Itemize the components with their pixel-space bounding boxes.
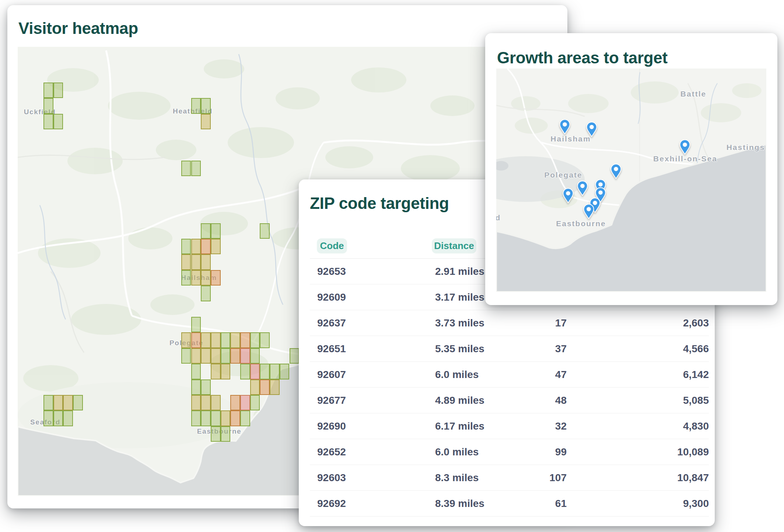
location-pin-icon[interactable] <box>583 204 595 219</box>
heatmap-cell <box>43 83 53 98</box>
population-cell: 6,142 <box>567 369 709 381</box>
population-cell: 10,847 <box>567 472 709 484</box>
zip-table-row: 926928.39 miles619,300 <box>310 491 709 517</box>
zip-code-cell: 92677 <box>310 395 435 406</box>
zip-table-row: 926373.73 miles172,603 <box>310 310 709 336</box>
count-cell: 107 <box>509 472 567 484</box>
zip-code-cell: 92651 <box>310 343 435 355</box>
heatmap-cell <box>240 410 250 426</box>
heatmap-cell <box>230 395 240 410</box>
population-cell: 9,300 <box>567 498 709 510</box>
zip-code-cell: 92653 <box>310 266 435 277</box>
analytics-dashboard: Visitor heatmap <box>0 0 784 532</box>
location-pin-icon[interactable] <box>610 164 622 179</box>
heatmap-cell <box>221 426 231 442</box>
map-place-label: Hailsham <box>550 134 591 143</box>
heatmap-cell <box>250 332 260 348</box>
heatmap-cell <box>191 348 201 364</box>
distance-cell: 4.89 miles <box>435 395 509 406</box>
heatmap-cell <box>211 348 221 364</box>
heatmap-cell <box>63 395 73 410</box>
heatmap-cell <box>250 364 260 379</box>
heatmap-cell <box>240 364 250 379</box>
column-header-distance[interactable]: Distance <box>432 238 476 253</box>
population-cell: 4,830 <box>567 420 709 432</box>
zip-code-cell: 92603 <box>310 472 435 484</box>
heatmap-cell <box>181 332 191 348</box>
zip-code-cell: 92652 <box>310 446 435 458</box>
heatmap-cell <box>211 239 221 254</box>
zip-code-cell: 92690 <box>310 420 435 432</box>
heatmap-cell <box>201 410 211 426</box>
heatmap-cell <box>63 410 73 426</box>
location-pin-icon[interactable] <box>679 139 691 155</box>
heatmap-cell <box>181 239 191 254</box>
growth-areas-map[interactable]: BattleHastingsBexhill-on-SeaHailshamPole… <box>496 69 766 292</box>
heatmap-cell <box>201 223 211 239</box>
heatmap-cell <box>240 332 250 348</box>
heatmap-cell <box>191 364 201 379</box>
zip-targeting-title: ZIP code targeting <box>310 194 449 213</box>
heatmap-cell <box>201 254 211 270</box>
location-pin-icon[interactable] <box>559 119 571 134</box>
heatmap-cell <box>201 239 211 254</box>
visitor-heatmap-title: Visitor heatmap <box>18 19 138 38</box>
location-pin-icon[interactable] <box>586 122 598 137</box>
map-place-label: Bexhill-on-Sea <box>653 154 717 163</box>
heatmap-cell <box>191 379 201 395</box>
distance-cell: 8.3 miles <box>435 472 509 484</box>
heatmap-cell <box>211 223 221 239</box>
map-place-label: Battle <box>680 90 706 98</box>
heatmap-cell <box>201 332 211 348</box>
distance-cell: 5.35 miles <box>435 343 509 355</box>
heatmap-cell <box>191 317 201 332</box>
heatmap-cell <box>53 410 63 426</box>
heatmap-cell <box>201 348 211 364</box>
heatmap-cell <box>181 270 191 286</box>
heatmap-cell <box>230 348 240 364</box>
heatmap-cell <box>201 270 211 286</box>
heatmap-cell <box>53 395 63 410</box>
heatmap-cell <box>181 254 191 270</box>
heatmap-cell <box>191 410 201 426</box>
distance-cell: 6.0 miles <box>435 369 509 381</box>
heatmap-cell <box>201 286 211 301</box>
zip-code-cell: 92637 <box>310 317 435 329</box>
heatmap-cell <box>260 223 270 239</box>
heatmap-cell <box>191 395 201 410</box>
heatmap-cell <box>221 364 231 379</box>
map-place-label: Eastbourne <box>556 219 606 228</box>
heatmap-cell <box>43 395 53 410</box>
zip-code-cell: 92607 <box>310 369 435 381</box>
distance-cell: 6.0 miles <box>435 446 509 458</box>
zip-code-cell: 92609 <box>310 291 435 303</box>
heatmap-cell <box>53 83 63 98</box>
count-cell: 61 <box>509 498 567 510</box>
growth-areas-card: Growth areas to target <box>485 33 777 305</box>
heatmap-cell <box>270 364 280 379</box>
column-header-code[interactable]: Code <box>317 238 347 253</box>
heatmap-cell <box>221 410 231 426</box>
count-cell: 37 <box>509 343 567 355</box>
heatmap-cell <box>73 395 83 410</box>
heatmap-cell <box>201 379 211 395</box>
heatmap-cell <box>211 332 221 348</box>
location-pin-icon[interactable] <box>562 188 574 203</box>
heatmap-cell <box>181 161 191 176</box>
count-cell: 17 <box>509 317 567 329</box>
count-cell: 47 <box>509 369 567 381</box>
map-place-label: d <box>496 213 501 222</box>
location-pin-icon[interactable] <box>577 181 588 196</box>
zip-table-row: 926515.35 miles374,566 <box>310 336 709 362</box>
population-cell: 10,089 <box>567 446 709 458</box>
heatmap-cell <box>43 98 53 113</box>
heatmap-cell <box>191 239 201 254</box>
heatmap-cell <box>211 270 221 286</box>
distance-cell: 3.73 miles <box>435 317 509 329</box>
distance-cell: 6.17 miles <box>435 420 509 432</box>
heatmap-cell <box>201 395 211 410</box>
zip-table-row: 926076.0 miles476,142 <box>310 362 709 388</box>
growth-areas-title: Growth areas to target <box>497 49 668 67</box>
count-cell: 32 <box>509 420 567 432</box>
zip-table-row: 926774.89 miles485,085 <box>310 388 709 413</box>
